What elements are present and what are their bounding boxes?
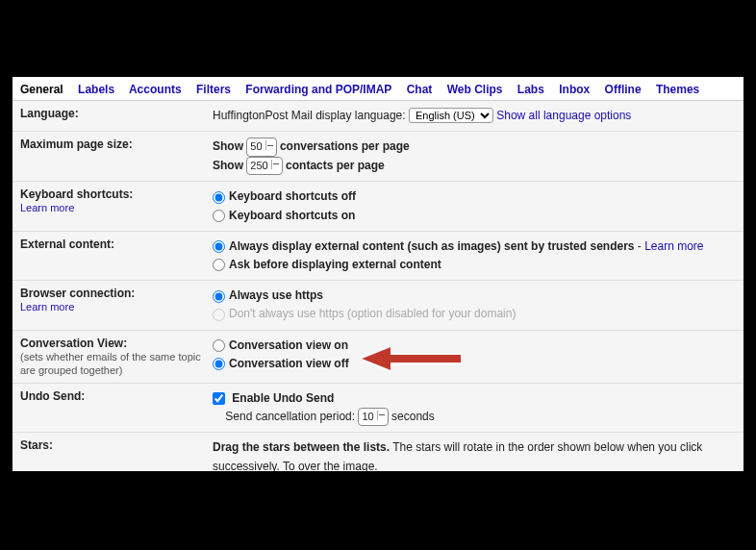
undo-enable-label: Enable Undo Send — [232, 391, 334, 405]
contacts-suffix: contacts per page — [286, 159, 385, 172]
https-dont-radio — [213, 309, 225, 321]
stars-drag-bold: Drag the stars between the lists. — [213, 440, 390, 454]
contacts-per-page-select[interactable]: 250 — [246, 157, 282, 176]
undo-period-suffix: seconds — [391, 410, 435, 423]
section-shortcuts: Keyboard shortcuts: Learn more Keyboard … — [13, 182, 743, 231]
external-learn-more-link[interactable]: Learn more — [644, 239, 703, 253]
tab-labels[interactable]: Labels — [78, 83, 114, 96]
undo-period-prefix: Send cancellation period: — [225, 410, 355, 423]
conversation-off-radio[interactable] — [213, 358, 225, 370]
tab-webclips[interactable]: Web Clips — [447, 83, 503, 96]
show-text-2: Show — [213, 159, 243, 172]
pagesize-label: Maximum page size: — [20, 138, 213, 175]
tab-labs[interactable]: Labs — [517, 83, 544, 96]
shortcuts-label: Keyboard shortcuts: — [20, 188, 133, 201]
shortcuts-off-label: Keyboard shortcuts off — [229, 189, 356, 203]
language-desc: HuffingtonPost Mail display language: — [213, 109, 406, 122]
tab-filters[interactable]: Filters — [196, 83, 231, 96]
tab-inbox[interactable]: Inbox — [559, 83, 590, 96]
section-conversation: Conversation View: (sets whether emails … — [13, 331, 743, 384]
tab-forwarding[interactable]: Forwarding and POP/IMAP — [245, 83, 391, 96]
show-text: Show — [213, 139, 243, 153]
section-pagesize: Maximum page size: Show 50 conversations… — [13, 132, 743, 182]
section-external: External content: Always display externa… — [13, 232, 743, 281]
tab-accounts[interactable]: Accounts — [129, 83, 182, 96]
external-ask-label: Ask before displaying external content — [229, 258, 441, 271]
settings-panel: General Labels Accounts Filters Forwardi… — [13, 77, 743, 471]
tab-themes[interactable]: Themes — [656, 83, 699, 96]
https-dont-label: Don't always use https (option disabled … — [229, 307, 516, 320]
external-always-radio[interactable] — [213, 240, 225, 253]
conversation-sublabel: (sets whether emails of the same topic a… — [20, 351, 201, 376]
external-always-label: Always display external content (such as… — [229, 239, 634, 253]
browser-learn-more-link[interactable]: Learn more — [20, 301, 74, 312]
undo-period-select[interactable]: 10 — [358, 408, 388, 427]
conversation-on-radio[interactable] — [213, 339, 225, 352]
undo-enable-checkbox[interactable] — [213, 392, 225, 405]
language-label: Language: — [20, 107, 213, 125]
conversation-label: Conversation View: — [20, 337, 127, 350]
https-always-radio[interactable] — [213, 290, 225, 303]
shortcuts-on-label: Keyboard shortcuts on — [229, 209, 355, 222]
section-undo: Undo Send: Enable Undo Send Send cancell… — [13, 384, 743, 434]
language-select[interactable]: English (US) — [409, 108, 493, 123]
shortcuts-learn-more-link[interactable]: Learn more — [20, 202, 74, 213]
conv-suffix: conversations per page — [280, 139, 410, 153]
show-all-languages-link[interactable]: Show all language options — [496, 109, 631, 122]
tab-general[interactable]: General — [20, 83, 63, 96]
section-language: Language: HuffingtonPost Mail display la… — [13, 101, 743, 132]
undo-label: Undo Send: — [20, 389, 213, 427]
section-stars: Stars: Drag the stars between the lists.… — [13, 433, 743, 471]
browser-label: Browser connection: — [20, 287, 135, 300]
external-ask-radio[interactable] — [213, 259, 225, 271]
conversation-off-label: Conversation view off — [229, 357, 349, 370]
https-always-label: Always use https — [229, 288, 323, 302]
conversations-per-page-select[interactable]: 50 — [246, 138, 276, 157]
settings-tabs: General Labels Accounts Filters Forwardi… — [13, 77, 743, 101]
tab-chat[interactable]: Chat — [407, 83, 433, 96]
section-browser: Browser connection: Learn more Always us… — [13, 281, 743, 330]
conversation-on-label: Conversation view on — [229, 338, 348, 352]
shortcuts-off-radio[interactable] — [213, 191, 225, 204]
shortcuts-on-radio[interactable] — [213, 210, 225, 222]
stars-label: Stars: — [20, 438, 213, 471]
external-label: External content: — [20, 238, 213, 274]
tab-offline[interactable]: Offline — [605, 83, 642, 96]
